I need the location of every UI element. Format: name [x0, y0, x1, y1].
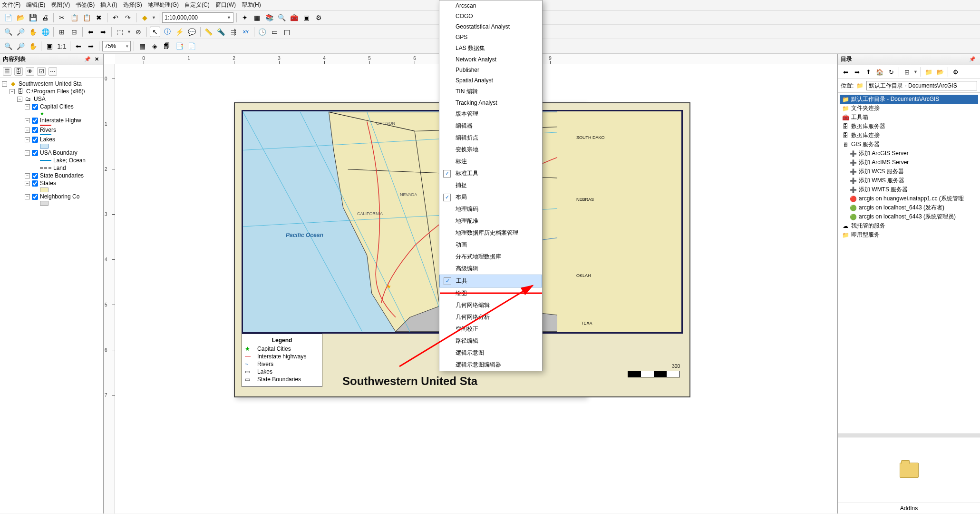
menu-item[interactable]: 插入(I)	[100, 1, 117, 9]
undo-icon[interactable]: ↶	[110, 12, 121, 23]
toc-node[interactable]: −Lakes	[1, 136, 102, 143]
create-viewer-icon[interactable]: ▭	[270, 27, 280, 37]
pin-icon[interactable]: 📌	[83, 56, 92, 62]
toolbar-menu-item[interactable]: 高级编辑	[439, 263, 542, 275]
menu-item[interactable]: 视图(V)	[51, 1, 70, 9]
cut-icon[interactable]: ✂	[57, 12, 67, 23]
data-driven-pages-icon[interactable]: 📑	[174, 41, 184, 51]
toc-tree[interactable]: −◆Southwestern United Sta−🗄C:\Program Fi…	[0, 78, 103, 514]
close-icon[interactable]: ✕	[93, 56, 100, 62]
layout-zoom-in-icon[interactable]: 🔍	[3, 41, 13, 51]
options-icon[interactable]: ⋯	[49, 67, 57, 76]
forward-icon[interactable]: ➡	[852, 67, 862, 77]
back-icon[interactable]: ⬅	[86, 27, 96, 37]
toggle-draft-icon[interactable]: ▦	[137, 41, 147, 51]
list-by-source-icon[interactable]: 🗄	[14, 67, 23, 76]
options-icon[interactable]: ⚙	[951, 67, 961, 77]
toggle-tree-icon[interactable]: ⊞	[902, 67, 912, 77]
menu-item[interactable]: 地理处理(G)	[148, 1, 179, 9]
delete-icon[interactable]: ✖	[94, 12, 104, 23]
toc-node[interactable]: −Capital Cities	[1, 103, 102, 110]
catalog-node[interactable]: 🟢arcgis on localhost_6443 (系统管理员)	[840, 212, 978, 221]
menu-item[interactable]: 帮助(H)	[242, 1, 261, 9]
toc-node[interactable]: −🗄C:\Program Files (x86)\	[1, 88, 102, 95]
list-by-visibility-icon[interactable]: 👁	[26, 67, 34, 76]
toolbar-menu-item[interactable]: ✓工具	[439, 275, 542, 287]
menu-item[interactable]: 选择(S)	[123, 1, 142, 9]
fixed-zoom-in-icon[interactable]: ⊞	[57, 27, 67, 37]
page-setup-icon[interactable]: 📄	[186, 41, 197, 51]
find-icon[interactable]: 🔦	[216, 27, 226, 37]
toolbar-menu-item[interactable]: 几何网络分析	[439, 311, 542, 323]
toc-node[interactable]: −Neighboring Co	[1, 193, 102, 200]
open-icon[interactable]: 📂	[15, 12, 26, 23]
viewer-window-icon[interactable]: ◫	[282, 27, 292, 37]
goto-xy-icon[interactable]: XY	[241, 27, 251, 37]
menu-item[interactable]: 窗口(W)	[215, 1, 236, 9]
toolbar-menu-item[interactable]: 编辑折点	[439, 132, 542, 144]
catalog-node[interactable]: 🗄数据库连接	[840, 131, 978, 140]
layout-pan-icon[interactable]: ✋	[28, 41, 38, 51]
toolbar-menu-item[interactable]: 动画	[439, 239, 542, 251]
toolbar-menu-item[interactable]: ✓标准工具	[439, 168, 542, 179]
location-input[interactable]	[866, 81, 977, 90]
find-route-icon[interactable]: ⇶	[228, 27, 239, 37]
toolbar-menu-item[interactable]: 变换宗地	[439, 144, 542, 156]
python-icon[interactable]: ▣	[301, 12, 312, 23]
layer-checkbox[interactable]	[32, 104, 38, 110]
toolbar-menu-item[interactable]: ✓布局	[439, 191, 542, 203]
toolbar-menu-item[interactable]: Arcscan	[439, 0, 542, 11]
paste-icon[interactable]: 📋	[81, 12, 92, 23]
pan-icon[interactable]: ✋	[28, 27, 38, 37]
toolbar-menu-item[interactable]: Tracking Analyst	[439, 98, 542, 108]
layer-checkbox[interactable]	[32, 150, 38, 156]
toolbar-context-menu[interactable]: ArcscanCOGOGeostatistical AnalystGPSLAS …	[439, 0, 543, 371]
select-features-icon[interactable]: ⬚	[115, 27, 125, 37]
add-data-icon[interactable]: ◆	[139, 12, 150, 23]
up-icon[interactable]: ⬆	[864, 67, 873, 77]
toolbar-menu-item[interactable]: LAS 数据集	[439, 42, 542, 54]
redo-icon[interactable]: ↷	[123, 12, 133, 23]
layer-checkbox[interactable]	[32, 127, 38, 133]
zoom-in-icon[interactable]: 🔍	[3, 27, 13, 37]
layer-checkbox[interactable]	[32, 118, 38, 124]
toolbar-menu-item[interactable]: TIN 编辑	[439, 86, 542, 98]
list-by-drawing-icon[interactable]: ☰	[3, 67, 11, 76]
toolbar-menu-item[interactable]: 编辑器	[439, 120, 542, 132]
catalog-node[interactable]: 📁文件夹连接	[840, 104, 978, 113]
catalog-node[interactable]: ➕添加 WMTS 服务器	[840, 185, 978, 194]
catalog-node[interactable]: 🔴arcgis on huangwei.natapp1.cc (系统管理	[840, 194, 978, 203]
toolbar-menu-item[interactable]: 地理配准	[439, 215, 542, 227]
catalog-node[interactable]: ➕添加 WMS 服务器	[840, 176, 978, 185]
toc-node[interactable]: −USA Boundary	[1, 149, 102, 157]
refresh-icon[interactable]: ↻	[886, 67, 896, 77]
toolbar-menu-item[interactable]: Network Analyst	[439, 54, 542, 65]
toolbar-menu-item[interactable]: Spatial Analyst	[439, 75, 542, 86]
scale-input[interactable]: 1:10,000,000 ▼	[162, 12, 233, 23]
new-doc-icon[interactable]: 📄	[3, 12, 13, 23]
layer-checkbox[interactable]	[32, 173, 38, 179]
toc-node[interactable]: −Interstate Highw	[1, 117, 102, 124]
modelbuilder-icon[interactable]: ⚙	[314, 12, 324, 23]
toolbar-menu-item[interactable]: 几何网络编辑	[439, 299, 542, 311]
catalog-node[interactable]: 🗄数据库服务器	[840, 122, 978, 131]
toc-node[interactable]: −◆Southwestern United Sta	[1, 80, 102, 88]
home-icon[interactable]: 🏠	[875, 67, 884, 77]
toolbar-menu-item[interactable]: GPS	[439, 32, 542, 42]
select-elements-icon[interactable]: ↖	[150, 27, 160, 37]
back-icon[interactable]: ⬅	[841, 67, 850, 77]
toolbar-menu-item[interactable]: 版本管理	[439, 108, 542, 120]
fixed-zoom-out-icon[interactable]: ⊟	[69, 27, 79, 37]
toolbar-menu-item[interactable]: 捕捉	[439, 179, 542, 191]
forward-icon[interactable]: ➡	[98, 27, 108, 37]
focus-data-frame-icon[interactable]: ◈	[149, 41, 160, 51]
toc-node[interactable]: −🗂USA	[1, 95, 102, 103]
toolbar-menu-item[interactable]: 路径编辑	[439, 335, 542, 347]
list-by-selection-icon[interactable]: ☑	[37, 67, 46, 76]
full-extent-icon[interactable]: 🌐	[40, 27, 50, 37]
layer-checkbox[interactable]	[32, 137, 38, 143]
copy-icon[interactable]: 📋	[69, 12, 79, 23]
toolbar-menu-item[interactable]: 标注	[439, 156, 542, 168]
html-popup-icon[interactable]: 💬	[187, 27, 197, 37]
search-icon[interactable]: 🔍	[277, 12, 287, 23]
